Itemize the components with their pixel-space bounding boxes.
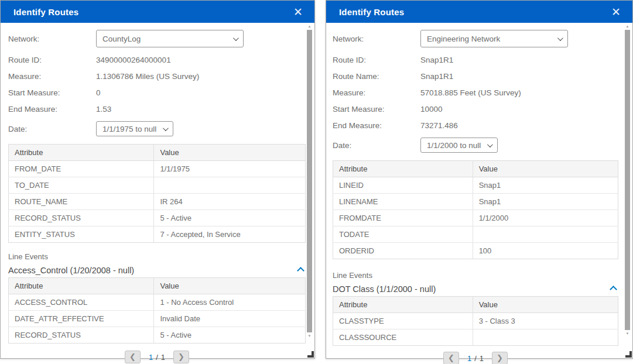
route-name-row: Route Name: Snap1R1 <box>333 68 618 84</box>
date-select[interactable]: 1/1/1975 to null <box>96 121 173 136</box>
scrollbar-down-icon[interactable]: ▼ <box>308 334 312 338</box>
route-id-label: Route ID: <box>333 56 420 64</box>
chevron-down-icon <box>487 142 493 147</box>
measure-value: 1.1306786 Miles (US Survey) <box>96 72 199 81</box>
network-select[interactable]: CountyLog <box>96 30 244 47</box>
value-cell: 100 <box>473 243 618 259</box>
value-header: Value <box>154 278 306 294</box>
line-event-section-header: DOT Class (1/1/2000 - null) <box>333 284 618 294</box>
value-cell <box>473 329 618 346</box>
identify-routes-panel-right: Identify Routes ✕ Network: Engineering N… <box>326 0 633 359</box>
value-header: Value <box>154 145 306 161</box>
previous-page-button[interactable]: ❮ <box>443 352 459 364</box>
table-row: LINENAME Snap1 <box>333 194 618 210</box>
value-cell: IR 264 <box>154 194 306 210</box>
start-measure-label: Start Measure: <box>333 105 420 114</box>
date-label: Date: <box>8 125 96 133</box>
network-select-value: CountyLog <box>102 35 141 43</box>
table-row: CLASSSOURCE <box>333 329 618 346</box>
line-event-attribute-table: Attribute Value ACCESS_CONTROL 1 - No Ac… <box>8 277 306 344</box>
panel-content: Network: Engineering Network Route ID: S… <box>326 23 632 358</box>
table-header-row: Attribute Value <box>9 278 306 294</box>
panel-title: Identify Routes <box>13 7 78 17</box>
table-row: RECORD_STATUS 5 - Active <box>9 210 306 226</box>
scrollbar-thumb[interactable] <box>307 30 312 332</box>
attribute-cell: TODATE <box>333 226 473 243</box>
start-measure-label: Start Measure: <box>8 88 96 97</box>
measure-label: Measure: <box>8 72 96 81</box>
start-measure-row: Start Measure: 0 <box>8 84 306 101</box>
end-measure-row: End Measure: 73271.486 <box>333 117 618 133</box>
resize-handle[interactable] <box>625 351 632 358</box>
value-cell: Snap1 <box>473 177 618 194</box>
attribute-cell: CLASSSOURCE <box>333 329 473 346</box>
page-separator: / <box>474 354 477 363</box>
resize-handle[interactable] <box>307 351 314 358</box>
route-attribute-table: Attribute Value FROM_DATE 1/1/1975 TO_DA… <box>8 144 306 243</box>
start-measure-row: Start Measure: 10000 <box>333 101 618 117</box>
date-select-value: 1/1/1975 to null <box>102 125 156 133</box>
attribute-header: Attribute <box>9 278 154 294</box>
current-page: 1 <box>149 353 153 362</box>
attribute-cell: ORDERID <box>333 243 473 259</box>
attribute-cell: FROMDATE <box>333 210 473 226</box>
total-pages: 1 <box>480 354 484 363</box>
collapse-chevron-up-icon[interactable] <box>297 267 304 274</box>
measure-value: 57018.885 Feet (US Survey) <box>420 88 521 97</box>
network-select-value: Engineering Network <box>427 35 500 43</box>
attribute-cell: FROM_DATE <box>9 161 154 177</box>
pagination: ❮ 1 / 1 ❯ <box>8 351 306 363</box>
table-row: FROMDATE 1/1/2000 <box>333 210 618 226</box>
table-row: FROM_DATE 1/1/1975 <box>9 161 306 177</box>
measure-row: Measure: 57018.885 Feet (US Survey) <box>333 84 618 101</box>
scrollbar-up-icon[interactable]: ▲ <box>308 24 312 29</box>
route-name-value: Snap1R1 <box>420 72 453 81</box>
vertical-scrollbar[interactable]: ▲ ▼ <box>624 24 631 336</box>
line-event-section-header: Access_Control (1/20/2008 - null) <box>8 266 306 275</box>
close-icon[interactable]: ✕ <box>609 5 623 19</box>
table-row: RECORD_STATUS 5 - Active <box>9 327 306 344</box>
network-field-row: Network: Engineering Network <box>333 29 618 48</box>
value-cell: 1/1/2000 <box>473 210 618 226</box>
pagination: ❮ 1 / 1 ❯ <box>333 352 618 364</box>
date-select[interactable]: 1/1/2000 to null <box>420 138 498 153</box>
collapse-chevron-up-icon[interactable] <box>610 286 617 293</box>
route-id-value: Snap1R1 <box>420 56 453 64</box>
chevron-down-icon <box>557 35 563 41</box>
start-measure-value: 0 <box>96 88 101 97</box>
date-field-row: Date: 1/1/1975 to null <box>8 119 306 138</box>
close-icon[interactable]: ✕ <box>291 5 305 19</box>
attribute-cell: LINENAME <box>333 194 473 210</box>
network-select[interactable]: Engineering Network <box>420 30 568 47</box>
attribute-cell: CLASSTYPE <box>333 313 473 329</box>
vertical-scrollbar[interactable]: ▲ ▼ <box>306 24 313 338</box>
previous-page-button[interactable]: ❮ <box>125 351 141 363</box>
scrollbar-thumb[interactable] <box>625 30 630 330</box>
table-row: TODATE <box>333 226 618 243</box>
network-field-row: Network: CountyLog <box>8 29 306 48</box>
table-row: DATE_ATTR_EFFECTIVE Invalid Date <box>9 311 306 327</box>
total-pages: 1 <box>161 353 165 362</box>
page-indicator: 1 / 1 <box>149 353 165 362</box>
next-page-button[interactable]: ❯ <box>492 352 508 364</box>
date-label: Date: <box>333 141 420 150</box>
attribute-cell: ENTITY_STATUS <box>9 226 154 243</box>
line-event-section-title: DOT Class (1/1/2000 - null) <box>333 284 436 294</box>
scrollbar-down-icon[interactable]: ▼ <box>626 331 629 336</box>
table-header-row: Attribute Value <box>333 161 618 177</box>
chevron-down-icon <box>163 125 169 131</box>
attribute-cell: RECORD_STATUS <box>9 327 154 344</box>
table-header-row: Attribute Value <box>9 145 306 161</box>
titlebar: Identify Routes ✕ <box>326 1 632 23</box>
value-cell: Snap1 <box>473 194 618 210</box>
next-page-button[interactable]: ❯ <box>173 351 189 363</box>
value-cell <box>473 226 618 243</box>
end-measure-label: End Measure: <box>333 121 420 130</box>
identify-routes-panel-left: Identify Routes ✕ Network: CountyLog Rou… <box>0 0 315 359</box>
route-id-row: Route ID: 34900000264000001 <box>8 51 306 68</box>
end-measure-row: End Measure: 1.53 <box>8 101 306 117</box>
value-header: Value <box>473 297 618 313</box>
scrollbar-up-icon[interactable]: ▲ <box>626 24 629 29</box>
panel-content: Network: CountyLog Route ID: 34900000264… <box>1 23 314 358</box>
attribute-cell: RECORD_STATUS <box>9 210 154 226</box>
